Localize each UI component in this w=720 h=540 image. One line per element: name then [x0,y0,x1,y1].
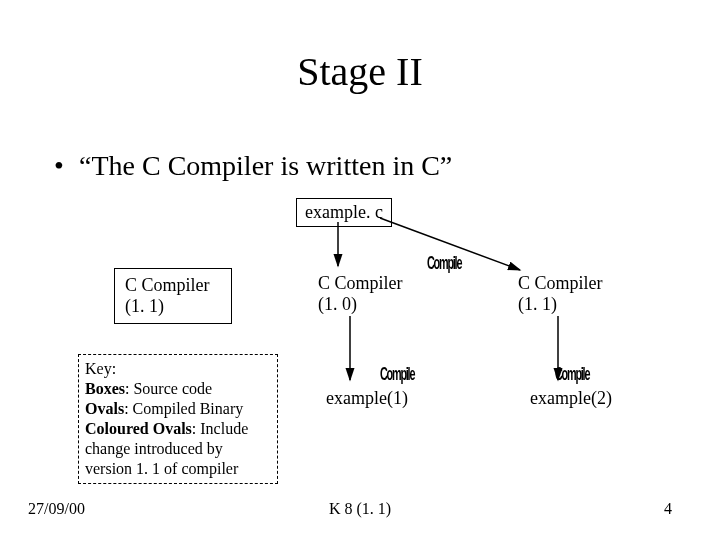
key-line-2: Ovals: Compiled Binary [85,399,271,419]
footer-page: 4 [664,500,672,518]
slide: Stage II • “The C Compiler is written in… [0,0,720,540]
key-line-3b: change introduced by [85,439,271,459]
box-compiler-1-1-left: C Compiler (1. 1) [114,268,232,324]
wordart-compile-2: Compile [380,364,414,385]
key-line-3c: version 1. 1 of compiler [85,459,271,479]
bullet-dot: • [54,150,72,182]
text-example-2: example(2) [530,388,612,409]
key-line-3a: Coloured Ovals: Include [85,419,271,439]
box-example-c: example. c [296,198,392,227]
key-l3a-val: Include [200,420,248,437]
key-line-1: Boxes: Source code [85,379,271,399]
bullet-line: • “The C Compiler is written in C” [54,150,452,182]
text-compiler-1-1-right: C Compiler (1. 1) [518,273,603,314]
example1-text: example(1) [326,388,408,408]
compiler-b-text: C Compiler (1. 0) [318,273,403,314]
compiler-c-text: C Compiler (1. 1) [518,273,603,314]
compiler-a-text: C Compiler (1. 1) [125,275,210,316]
key-l2-val: Compiled Binary [133,400,244,417]
wordart-compile-1: Compile [427,253,461,274]
key-heading: Key: [85,359,271,379]
slide-title: Stage II [0,48,720,95]
key-l1-val: Source code [133,380,212,397]
bullet-text: “The C Compiler is written in C” [79,150,452,181]
key-box: Key: Boxes: Source code Ovals: Compiled … [78,354,278,484]
text-example-1: example(1) [326,388,408,409]
example2-text: example(2) [530,388,612,408]
wordart-compile-3: Compile [555,364,589,385]
footer-center: K 8 (1. 1) [0,500,720,518]
text-compiler-1-0: C Compiler (1. 0) [318,273,403,314]
